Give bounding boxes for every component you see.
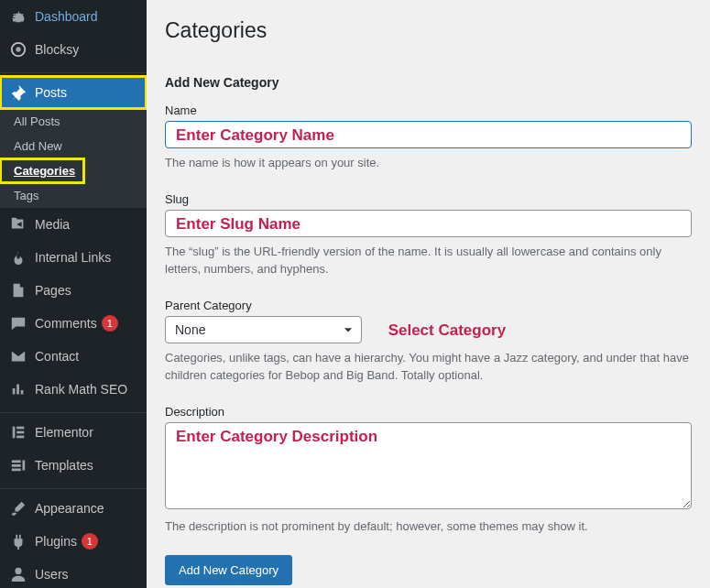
add-category-heading: Add New Category xyxy=(165,75,692,90)
templates-icon xyxy=(9,456,27,474)
field-description: Description Enter Category Description T… xyxy=(165,405,692,536)
admin-sidebar: DashboardBlocksyPostsAll PostsAdd NewCat… xyxy=(0,0,147,588)
submenu-item-all-posts[interactable]: All Posts xyxy=(0,109,147,134)
sidebar-item-label: Templates xyxy=(35,458,93,473)
flame-icon xyxy=(9,248,27,267)
sidebar-item-blocksy[interactable]: Blocksy xyxy=(0,33,147,66)
name-input[interactable] xyxy=(165,121,692,148)
sidebar-item-templates[interactable]: Templates xyxy=(0,449,147,482)
label-parent: Parent Category xyxy=(165,299,692,312)
media-icon xyxy=(9,215,27,234)
submenu-item-add-new[interactable]: Add New xyxy=(0,134,147,158)
sidebar-item-posts[interactable]: Posts xyxy=(0,76,147,109)
chart-icon xyxy=(9,380,27,398)
parent-select[interactable]: None xyxy=(165,316,362,343)
desc-name: The name is how it appears on your site. xyxy=(165,154,692,172)
sidebar-item-label: Blocksy xyxy=(35,42,79,57)
field-name: Name Enter Category Name The name is how… xyxy=(165,103,692,172)
main-content: Categories Add New Category Name Enter C… xyxy=(147,0,710,588)
sidebar-item-label: Internal Links xyxy=(35,250,111,265)
menu-separator xyxy=(0,485,147,489)
label-name: Name xyxy=(165,103,692,117)
submenu-item-label: Add New xyxy=(14,139,62,153)
update-badge: 1 xyxy=(82,533,98,550)
sidebar-item-label: Plugins xyxy=(35,534,77,549)
description-input[interactable] xyxy=(165,422,692,509)
sidebar-item-label: Posts xyxy=(35,85,67,100)
comment-icon xyxy=(9,314,27,332)
menu-separator xyxy=(0,69,147,73)
brush-icon xyxy=(9,499,27,517)
svg-rect-5 xyxy=(16,436,24,439)
add-category-button[interactable]: Add New Category xyxy=(165,555,292,585)
svg-point-6 xyxy=(15,568,21,574)
slug-input[interactable] xyxy=(165,210,692,237)
field-parent: Parent Category None Select Category Cat… xyxy=(165,299,692,385)
sidebar-item-dashboard[interactable]: Dashboard xyxy=(0,0,147,33)
parent-hint: Select Category xyxy=(388,321,507,340)
svg-rect-3 xyxy=(16,427,24,430)
sidebar-item-users[interactable]: Users xyxy=(0,558,147,588)
svg-rect-2 xyxy=(13,427,16,439)
sidebar-item-rank-math-seo[interactable]: Rank Math SEO xyxy=(0,373,147,406)
sidebar-item-label: Elementor xyxy=(35,425,93,440)
svg-point-1 xyxy=(16,47,20,51)
submenu-item-tags[interactable]: Tags xyxy=(0,183,147,208)
envelope-icon xyxy=(9,347,27,365)
user-icon xyxy=(9,565,27,583)
sidebar-item-elementor[interactable]: Elementor xyxy=(0,416,147,449)
desc-description: The description is not prominent by defa… xyxy=(165,517,692,536)
desc-parent: Categories, unlike tags, can have a hier… xyxy=(165,349,692,385)
sidebar-item-label: Rank Math SEO xyxy=(35,382,127,397)
sidebar-item-label: Dashboard xyxy=(35,9,98,24)
sidebar-item-label: Comments xyxy=(35,316,97,331)
desc-slug: The “slug” is the URL-friendly version o… xyxy=(165,243,692,278)
submenu-item-label: Categories xyxy=(14,164,75,178)
sidebar-item-contact[interactable]: Contact xyxy=(0,340,147,373)
label-slug: Slug xyxy=(165,192,692,206)
page-title: Categories xyxy=(165,18,692,43)
svg-rect-4 xyxy=(16,431,24,434)
submenu-item-label: Tags xyxy=(14,189,38,202)
dashboard-icon xyxy=(9,7,27,26)
blocksy-icon xyxy=(9,40,27,59)
submenu-item-categories[interactable]: Categories xyxy=(0,158,84,183)
plug-icon xyxy=(9,532,27,550)
sidebar-item-label: Media xyxy=(35,217,70,232)
page-icon xyxy=(9,281,27,299)
sidebar-item-label: Appearance xyxy=(35,501,104,516)
sidebar-item-pages[interactable]: Pages xyxy=(0,274,147,307)
field-slug: Slug Enter Slug Name The “slug” is the U… xyxy=(165,192,692,278)
update-badge: 1 xyxy=(102,315,118,332)
sidebar-item-comments[interactable]: Comments1 xyxy=(0,307,147,340)
sidebar-item-media[interactable]: Media xyxy=(0,208,147,241)
sidebar-item-internal-links[interactable]: Internal Links xyxy=(0,241,147,274)
sidebar-item-appearance[interactable]: Appearance xyxy=(0,492,147,525)
sidebar-item-label: Contact xyxy=(35,349,79,364)
sidebar-item-label: Users xyxy=(35,567,69,582)
submenu: All PostsAdd NewCategoriesTags xyxy=(0,109,147,208)
elementor-icon xyxy=(9,423,27,441)
menu-separator xyxy=(0,408,147,413)
sidebar-item-label: Pages xyxy=(35,283,71,298)
sidebar-item-plugins[interactable]: Plugins1 xyxy=(0,525,147,558)
label-description: Description xyxy=(165,405,692,419)
pin-icon xyxy=(9,83,27,102)
submenu-item-label: All Posts xyxy=(14,114,60,128)
